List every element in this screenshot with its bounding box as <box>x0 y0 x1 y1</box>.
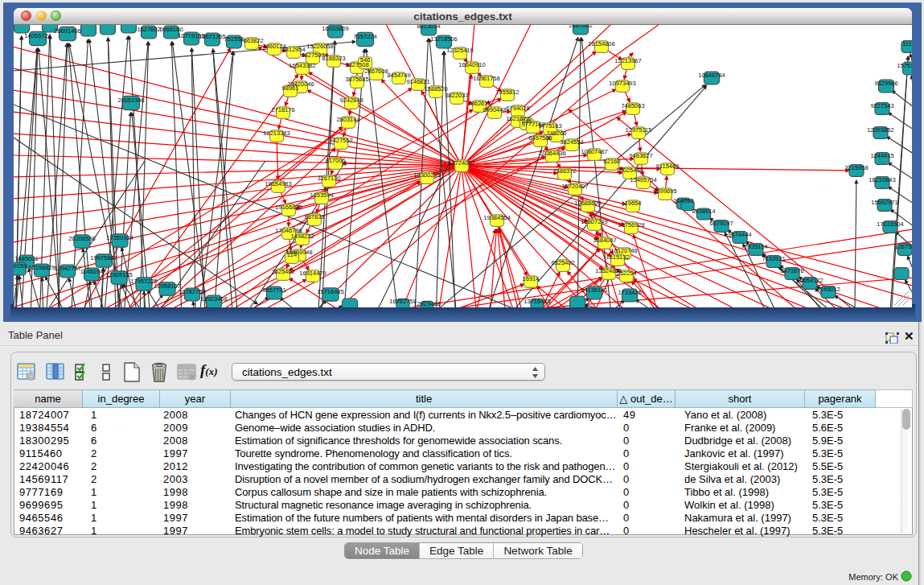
svg-text:13218506: 13218506 <box>430 35 457 43</box>
svg-text:20053346: 20053346 <box>117 97 144 104</box>
svg-text:10958107: 10958107 <box>154 282 180 290</box>
svg-text:10654122: 10654122 <box>796 277 823 284</box>
svg-text:2803144: 2803144 <box>336 116 359 123</box>
svg-text:62160: 62160 <box>604 158 621 165</box>
svg-text:546: 546 <box>360 56 371 64</box>
svg-text:3624554: 3624554 <box>560 138 583 146</box>
svg-text:7955812: 7955812 <box>495 89 519 96</box>
svg-text:126753: 126753 <box>894 243 912 250</box>
svg-text:15751074: 15751074 <box>897 62 912 69</box>
svg-text:6497508: 6497508 <box>528 134 552 142</box>
svg-text:10648784: 10648784 <box>698 72 725 79</box>
svg-text:12093852: 12093852 <box>867 126 893 134</box>
svg-text:12975115: 12975115 <box>626 126 652 134</box>
svg-text:12942757: 12942757 <box>54 265 80 272</box>
svg-text:14055724: 14055724 <box>24 32 51 39</box>
svg-text:13716485: 13716485 <box>524 298 550 305</box>
svg-text:9857791: 9857791 <box>262 286 285 294</box>
svg-text:1588520: 1588520 <box>424 85 447 93</box>
svg-text:12905135: 12905135 <box>105 271 132 278</box>
svg-text:10025438: 10025438 <box>616 167 643 174</box>
svg-text:1112: 1112 <box>902 40 912 47</box>
svg-text:16671355: 16671355 <box>199 33 225 40</box>
svg-text:16782759: 16782759 <box>389 298 416 305</box>
svg-text:9674444: 9674444 <box>728 231 751 238</box>
svg-text:3875685: 3875685 <box>345 76 368 83</box>
svg-text:12923468: 12923468 <box>413 300 440 307</box>
svg-text:16782759: 16782759 <box>179 288 205 295</box>
svg-text:16210643: 16210643 <box>869 176 895 183</box>
svg-text:9463627: 9463627 <box>629 152 652 159</box>
svg-text:2718176: 2718176 <box>271 106 294 113</box>
svg-text:16154808: 16154808 <box>588 40 614 47</box>
svg-text:8938914: 8938914 <box>692 208 715 215</box>
svg-text:13495754: 13495754 <box>630 176 656 183</box>
svg-text:7625402: 7625402 <box>271 268 294 275</box>
svg-text:12213967: 12213967 <box>614 57 641 64</box>
svg-text:6879197: 6879197 <box>709 220 733 227</box>
svg-text:1527602: 1527602 <box>137 26 160 33</box>
svg-text:10807487: 10807487 <box>581 148 607 155</box>
svg-text:18724007: 18724007 <box>448 159 474 167</box>
svg-text:19654983: 19654983 <box>265 180 291 187</box>
svg-text:1498222: 1498222 <box>290 233 314 240</box>
svg-text:1244415: 1244415 <box>870 152 893 159</box>
svg-text:124: 124 <box>287 251 298 258</box>
svg-text:2387682: 2387682 <box>569 25 592 29</box>
svg-text:8813054: 8813054 <box>417 25 440 30</box>
svg-text:16543382: 16543382 <box>289 62 315 69</box>
svg-text:8990448: 8990448 <box>483 106 506 113</box>
svg-text:8471676: 8471676 <box>780 267 803 274</box>
svg-text:1145194: 1145194 <box>80 268 104 275</box>
svg-text:15692971: 15692971 <box>871 199 897 206</box>
svg-text:13226058: 13226058 <box>306 43 333 50</box>
svg-text:6794028: 6794028 <box>506 105 529 112</box>
svg-text:20206536: 20206536 <box>68 235 95 242</box>
svg-text:9775163: 9775163 <box>538 122 561 130</box>
svg-text:8427552: 8427552 <box>329 137 352 144</box>
svg-text:20691406: 20691406 <box>54 27 80 35</box>
svg-text:17016504: 17016504 <box>877 220 903 228</box>
svg-text:7386372: 7386372 <box>552 167 576 175</box>
svg-text:19654: 19654 <box>625 200 642 207</box>
svg-text:98961: 98961 <box>282 84 299 92</box>
svg-text:164093: 164093 <box>673 197 693 204</box>
svg-text:9327503: 9327503 <box>301 51 324 59</box>
svg-text:20364436: 20364436 <box>539 150 565 157</box>
svg-text:10756928: 10756928 <box>618 221 644 229</box>
svg-text:817006: 817006 <box>325 157 345 164</box>
svg-text:12156829: 12156829 <box>28 264 55 271</box>
svg-text:7357224: 7357224 <box>353 33 376 40</box>
svg-text:3267130: 3267130 <box>317 175 340 182</box>
svg-text:9245012: 9245012 <box>816 286 840 293</box>
svg-text:19166825: 19166825 <box>275 204 302 211</box>
svg-text:7485063: 7485063 <box>621 102 644 109</box>
svg-text:1615132: 1615132 <box>606 253 629 261</box>
svg-text:887833: 887833 <box>304 213 324 220</box>
svg-text:7632621: 7632621 <box>762 255 785 262</box>
svg-text:19384554: 19384554 <box>483 214 510 221</box>
svg-text:17359924: 17359924 <box>106 234 133 241</box>
svg-text:16640910: 16640910 <box>458 61 485 68</box>
svg-text:18300295: 18300295 <box>413 171 440 179</box>
svg-text:39159: 39159 <box>14 262 27 270</box>
svg-text:9329966: 9329966 <box>874 80 897 87</box>
svg-text:12325419: 12325419 <box>446 47 473 54</box>
svg-text:16033809: 16033809 <box>322 25 348 32</box>
svg-text:16914: 16914 <box>523 275 540 282</box>
svg-text:9227343: 9227343 <box>870 102 893 109</box>
svg-text:1485001: 1485001 <box>14 255 38 262</box>
svg-text:12923468: 12923468 <box>200 295 227 303</box>
svg-text:3822037: 3822037 <box>445 92 468 99</box>
svg-text:0699695: 0699695 <box>653 187 676 195</box>
svg-text:10688609: 10688609 <box>574 200 601 207</box>
svg-text:1733426: 1733426 <box>618 289 641 296</box>
svg-text:9242848: 9242848 <box>339 97 363 104</box>
svg-text:18807249: 18807249 <box>581 218 607 225</box>
svg-text:8186323: 8186323 <box>322 55 345 62</box>
svg-text:12213383: 12213383 <box>263 130 290 137</box>
svg-text:10973493: 10973493 <box>609 80 635 87</box>
svg-text:14136141: 14136141 <box>581 286 607 294</box>
svg-text:15720407: 15720407 <box>561 183 588 190</box>
svg-text:9146821: 9146821 <box>406 78 429 85</box>
